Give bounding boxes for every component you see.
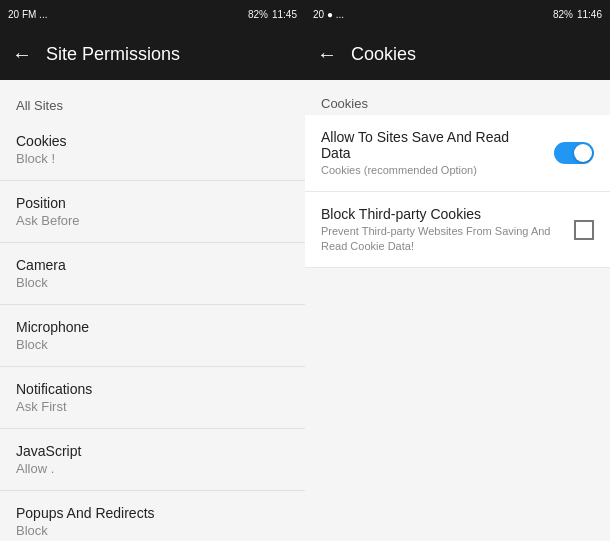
left-time: 11:45 (272, 9, 297, 20)
permission-javascript-value: Allow . (16, 461, 289, 476)
permission-cookies-label: Cookies (16, 133, 289, 149)
left-status-right: 82% 11:45 (248, 9, 297, 20)
allow-cookies-title: Allow To Sites Save And Read Data (321, 129, 542, 161)
left-back-button[interactable]: ← (12, 43, 32, 66)
left-status-left: 20 FM ... (8, 9, 47, 20)
allow-cookies-desc: Cookies (recommended Option) (321, 163, 542, 177)
permission-microphone[interactable]: Microphone Block (0, 305, 305, 367)
block-third-party-checkbox[interactable] (574, 220, 594, 240)
permission-camera-value: Block (16, 275, 289, 290)
left-status-bar: 20 FM ... 82% 11:45 (0, 0, 305, 28)
permission-notifications-label: Notifications (16, 381, 289, 397)
permission-camera-label: Camera (16, 257, 289, 273)
cookies-section-header: Cookies (305, 80, 610, 115)
right-time: 11:46 (577, 9, 602, 20)
allow-cookies-text: Allow To Sites Save And Read Data Cookie… (321, 129, 542, 177)
left-battery: 82% (248, 9, 268, 20)
right-status-bar: 20 ● ... 82% 11:46 (305, 0, 610, 28)
permission-position-label: Position (16, 195, 289, 211)
permission-notifications-value: Ask First (16, 399, 289, 414)
right-status-text: 20 ● ... (313, 9, 344, 20)
left-panel: 20 FM ... 82% 11:45 ← Site Permissions A… (0, 0, 305, 541)
left-toolbar: ← Site Permissions (0, 28, 305, 80)
permission-camera[interactable]: Camera Block (0, 243, 305, 305)
permission-notifications[interactable]: Notifications Ask First (0, 367, 305, 429)
right-status-right: 82% 11:46 (553, 9, 602, 20)
permission-popups-value: Block (16, 523, 289, 538)
permission-microphone-value: Block (16, 337, 289, 352)
block-third-party-text: Block Third-party Cookies Prevent Third-… (321, 206, 562, 253)
block-third-party-option[interactable]: Block Third-party Cookies Prevent Third-… (305, 192, 610, 268)
all-sites-header: All Sites (0, 80, 305, 119)
permission-popups[interactable]: Popups And Redirects Block (0, 491, 305, 541)
left-status-text: 20 FM ... (8, 9, 47, 20)
right-status-left: 20 ● ... (313, 9, 344, 20)
permission-position-value: Ask Before (16, 213, 289, 228)
right-toolbar: ← Cookies (305, 28, 610, 80)
allow-cookies-option[interactable]: Allow To Sites Save And Read Data Cookie… (305, 115, 610, 192)
allow-cookies-toggle[interactable] (554, 142, 594, 164)
permission-cookies[interactable]: Cookies Block ! (0, 119, 305, 181)
permission-popups-label: Popups And Redirects (16, 505, 289, 521)
left-content: All Sites Cookies Block ! Position Ask B… (0, 80, 305, 541)
block-third-party-title: Block Third-party Cookies (321, 206, 562, 222)
permission-microphone-label: Microphone (16, 319, 289, 335)
right-battery: 82% (553, 9, 573, 20)
permission-javascript[interactable]: JavaScript Allow . (0, 429, 305, 491)
permission-position[interactable]: Position Ask Before (0, 181, 305, 243)
right-page-title: Cookies (351, 44, 416, 65)
right-content: Cookies Allow To Sites Save And Read Dat… (305, 80, 610, 541)
permission-javascript-label: JavaScript (16, 443, 289, 459)
right-panel: 20 ● ... 82% 11:46 ← Cookies Cookies All… (305, 0, 610, 541)
permission-cookies-value: Block ! (16, 151, 289, 166)
left-page-title: Site Permissions (46, 44, 180, 65)
right-back-button[interactable]: ← (317, 43, 337, 66)
block-third-party-desc: Prevent Third-party Websites From Saving… (321, 224, 562, 253)
